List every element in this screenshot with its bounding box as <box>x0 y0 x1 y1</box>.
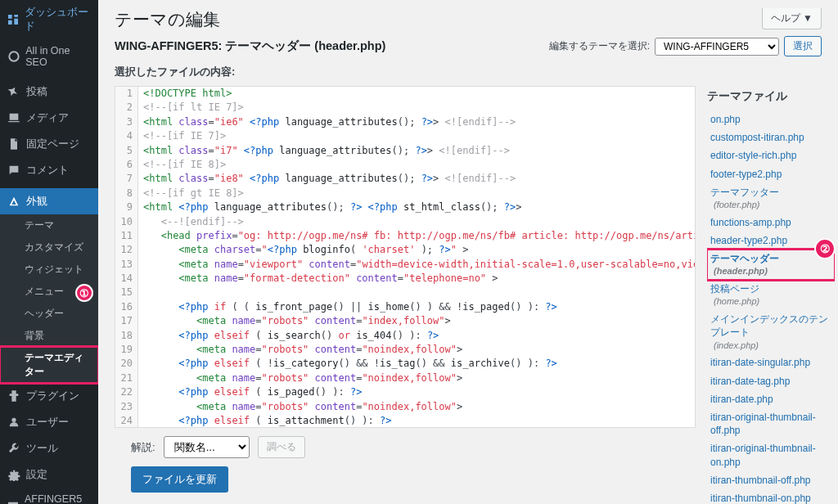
line-number: 2 <box>115 101 138 115</box>
theme-select[interactable]: WING-AFFINGER5 <box>655 38 779 56</box>
menu-af5[interactable]: AFFINGER5 管理 <box>0 488 98 504</box>
line-number: 21 <box>115 371 138 385</box>
tool-icon <box>7 441 21 456</box>
code-line[interactable]: <!--[if IE 8]> <box>138 158 226 172</box>
main-content: テーマの編集 ヘルプ ▼ WING-AFFINGER5: テーマヘッダー (he… <box>98 0 838 504</box>
menu-appearance[interactable]: 外観 <box>0 188 98 214</box>
menu-label: ユーザー <box>26 416 69 430</box>
menu-label: AFFINGER5 管理 <box>25 493 92 504</box>
code-line[interactable]: <meta name="robots" content="noindex,fol… <box>138 371 462 385</box>
seo-icon <box>7 49 20 64</box>
theme-file-item[interactable]: テーマフッター(footer.php) <box>707 183 835 214</box>
theme-select-label: 編集するテーマを選択: <box>549 39 650 53</box>
line-number: 24 <box>115 414 138 428</box>
submenu-item[interactable]: メニュー① <box>0 281 98 303</box>
menu-label: 投稿 <box>26 85 47 99</box>
theme-file-item[interactable]: itiran-original-thumbnail-off.php <box>707 408 835 439</box>
code-line[interactable]: <meta name="format-detection" content="t… <box>138 272 498 286</box>
theme-select-button[interactable]: 選択 <box>784 36 822 56</box>
function-lookup-select[interactable]: 関数名... <box>164 436 250 458</box>
annotation-badge-1: ① <box>75 284 93 302</box>
theme-file-item[interactable]: itiran-date.php <box>707 390 835 408</box>
menu-plugin[interactable]: プラグイン <box>0 383 98 409</box>
theme-file-item[interactable]: itiran-date-tag.php <box>707 372 835 390</box>
appearance-icon <box>7 194 21 209</box>
file-sub: (home.php) <box>710 295 831 308</box>
theme-file-item[interactable]: footer-type2.php <box>707 165 835 183</box>
code-line[interactable]: <!DOCTYPE html> <box>138 87 232 101</box>
menu-pin[interactable]: 投稿 <box>0 79 98 105</box>
submenu-item[interactable]: 背景 <box>0 325 98 347</box>
menu-page[interactable]: 固定ページ <box>0 131 98 157</box>
code-line[interactable]: <meta charset="<?php bloginfo( 'charset'… <box>138 243 468 257</box>
code-line[interactable]: <meta name="robots" content="index,follo… <box>138 314 451 328</box>
code-line[interactable]: <?php if ( ( is_front_page() || is_home(… <box>138 300 557 314</box>
submenu-item[interactable]: ウィジェット <box>0 259 98 281</box>
theme-file-item[interactable]: itiran-thumbnail-on.php <box>707 489 835 504</box>
selected-file-label: 選択したファイルの内容: <box>98 65 838 86</box>
lookup-button[interactable]: 調べる <box>258 436 305 458</box>
code-line[interactable]: <html class="i7" <?php language_attribut… <box>138 144 510 158</box>
theme-file-item[interactable]: itiran-original-thumbnail-on.php <box>707 439 835 470</box>
theme-file-item[interactable]: 投稿ページ(home.php) <box>707 280 835 310</box>
theme-file-item[interactable]: functions-amp.php <box>707 214 835 232</box>
code-line[interactable] <box>138 286 143 299</box>
code-line[interactable]: <!--[if IE 7]> <box>138 129 226 143</box>
submenu-item[interactable]: テーマ <box>0 214 98 236</box>
line-number: 10 <box>115 215 138 229</box>
plugin-icon <box>7 389 21 403</box>
menu-dashboard[interactable]: ダッシュボード <box>0 0 98 39</box>
menu-comment[interactable]: コメント <box>0 157 98 183</box>
submenu-item[interactable]: テーマエディター <box>0 347 98 383</box>
menu-label: コメント <box>26 164 69 178</box>
code-line[interactable]: <meta name="viewport" content="width=dev… <box>138 258 696 272</box>
menu-label: プラグイン <box>26 389 79 403</box>
pin-icon <box>7 84 21 99</box>
menu-label: All in One SEO <box>25 45 92 68</box>
line-number: 14 <box>115 272 138 286</box>
menu-label: 外観 <box>26 195 47 209</box>
code-line[interactable]: <?php elseif ( is_search() or is_404() )… <box>138 329 439 343</box>
menu-tool[interactable]: ツール <box>0 435 98 461</box>
theme-file-item[interactable]: テーマヘッダー(header.php)② <box>707 250 835 280</box>
line-number: 15 <box>115 286 138 299</box>
code-line[interactable]: <html class="ie6" <?php language_attribu… <box>138 115 516 129</box>
code-line[interactable]: <!--[if gt IE 8]> <box>138 187 244 200</box>
menu-user[interactable]: ユーザー <box>0 409 98 435</box>
code-line[interactable]: <html <?php language_attributes(); ?> <?… <box>138 200 521 214</box>
theme-file-item[interactable]: on.php <box>707 110 835 128</box>
code-line[interactable]: <--![endif]--> <box>138 215 244 229</box>
code-editor[interactable]: 1<!DOCTYPE html>2<!--[if lt IE 7]>3<html… <box>115 86 696 428</box>
line-number: 3 <box>115 115 138 129</box>
code-line[interactable]: <!--[if lt IE 7]> <box>138 101 244 115</box>
menu-label: ツール <box>26 442 58 456</box>
theme-file-item[interactable]: editor-style-rich.php <box>707 146 835 164</box>
help-tab[interactable]: ヘルプ ▼ <box>762 8 822 29</box>
af5-icon <box>7 499 20 505</box>
theme-file-item[interactable]: custompost-itiran.php <box>707 128 835 146</box>
code-line[interactable]: <html class="ie8" <?php language_attribu… <box>138 172 516 186</box>
line-number: 18 <box>115 329 138 343</box>
line-number: 5 <box>115 144 138 158</box>
menu-media[interactable]: メディア <box>0 105 98 131</box>
theme-file-item[interactable]: itiran-date-singular.php <box>707 353 835 371</box>
theme-file-item[interactable]: itiran-thumbnail-off.php <box>707 471 835 489</box>
update-file-button[interactable]: ファイルを更新 <box>131 466 228 493</box>
menu-label: メディア <box>26 111 69 125</box>
menu-label: 固定ページ <box>26 137 79 151</box>
line-number: 6 <box>115 158 138 172</box>
theme-file-item[interactable]: メインインデックスのテンプレート(index.php) <box>707 310 835 353</box>
code-line[interactable]: <?php elseif ( is_paged() ): ?> <box>138 385 362 399</box>
menu-seo[interactable]: All in One SEO <box>0 39 98 74</box>
code-line[interactable]: <?php elseif ( !is_category() && !is_tag… <box>138 357 557 371</box>
code-line[interactable]: <meta name="robots" content="noindex,fol… <box>138 400 462 414</box>
code-line[interactable]: <head prefix="og: http://ogp.me/ns# fb: … <box>138 229 696 243</box>
submenu-item[interactable]: ヘッダー <box>0 303 98 325</box>
line-number: 4 <box>115 129 138 143</box>
menu-settings[interactable]: 設定 <box>0 461 98 488</box>
code-line[interactable]: <meta name="robots" content="noindex,fol… <box>138 343 462 357</box>
annotation-badge-2: ② <box>814 238 835 259</box>
submenu-item[interactable]: カスタマイズ <box>0 236 98 259</box>
line-number: 11 <box>115 229 138 243</box>
code-line[interactable]: <?php elseif ( is_attachment() ): ?> <box>138 414 392 428</box>
